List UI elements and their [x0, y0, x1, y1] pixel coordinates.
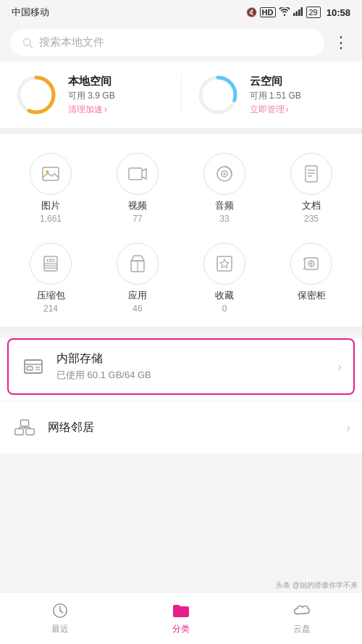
category-video-count: 77: [132, 214, 142, 224]
svg-line-38: [303, 267, 305, 269]
battery-icon: 29: [306, 7, 321, 18]
carrier-text: 中国移动: [12, 6, 49, 19]
category-app-name: 应用: [128, 289, 147, 302]
network-neighbor-icon: [12, 414, 38, 440]
category-favorites[interactable]: 收藏 0: [181, 237, 268, 319]
category-safe-name: 保密柜: [298, 289, 326, 302]
local-storage-action[interactable]: 清理加速 ›: [68, 104, 115, 116]
nav-recent-label: 最近: [51, 623, 69, 635]
search-bar[interactable]: 搜索本地文件: [10, 29, 324, 56]
cloud-storage-action[interactable]: 立即管理 ›: [250, 104, 301, 116]
svg-rect-12: [129, 168, 142, 180]
cloud-storage-title: 云空间: [250, 75, 301, 88]
internal-storage-info: 内部存储 已使用 60.1 GB/64 GB: [56, 351, 337, 382]
category-audio[interactable]: 音频 33: [181, 147, 268, 230]
svg-rect-44: [15, 429, 23, 435]
storage-section: 本地空间 可用 3.9 GB 清理加速 › 云空间 可用 1.51 GB 立即管…: [0, 62, 362, 128]
safe-icon-wrap: [290, 243, 332, 285]
local-storage-info: 本地空间 可用 3.9 GB 清理加速 ›: [68, 75, 115, 116]
category-audio-count: 33: [219, 214, 229, 224]
network-neighbor-item[interactable]: 网络邻居 ›: [0, 401, 362, 453]
svg-point-15: [224, 173, 226, 175]
status-icons: 🔇 HD 29 10:58: [246, 7, 350, 18]
internal-storage-title: 内部存储: [56, 351, 337, 367]
local-storage-available: 可用 3.9 GB: [68, 90, 115, 102]
category-video-name: 视频: [128, 199, 147, 212]
audio-icon: [214, 164, 235, 184]
safe-icon: [301, 254, 321, 274]
local-storage-card[interactable]: 本地空间 可用 3.9 GB 清理加速 ›: [14, 73, 167, 117]
category-audio-name: 音频: [215, 199, 234, 212]
svg-rect-45: [26, 429, 34, 435]
category-app[interactable]: 应用 46: [94, 237, 181, 319]
section-divider-1: [0, 128, 362, 134]
video-icon: [127, 164, 148, 184]
category-document-count: 235: [304, 214, 319, 224]
cloud-icon: [292, 601, 311, 620]
nav-item-cloud[interactable]: 云盘: [241, 595, 362, 641]
watermark: 头条 @姐的骄傲你学不来: [276, 580, 358, 590]
internal-storage-icon: [20, 354, 46, 380]
category-archive-name: 压缩包: [37, 289, 65, 302]
svg-marker-29: [220, 259, 229, 268]
category-image[interactable]: 图片 1,661: [7, 147, 94, 230]
svg-line-53: [60, 611, 63, 613]
svg-line-5: [30, 45, 32, 47]
category-favorites-name: 收藏: [215, 289, 234, 302]
category-archive-count: 214: [43, 304, 58, 314]
category-archive[interactable]: 压缩包 214: [7, 237, 94, 319]
svg-point-4: [23, 38, 30, 46]
search-icon: [22, 37, 33, 49]
svg-rect-0: [293, 13, 295, 16]
search-bar-wrap: 搜索本地文件 ⋮: [0, 23, 362, 62]
archive-icon: [41, 254, 61, 274]
mute-icon: 🔇: [246, 7, 257, 17]
document-icon: [301, 164, 321, 184]
signal-icon: [293, 7, 303, 18]
cloud-storage-available: 可用 1.51 GB: [250, 90, 301, 102]
archive-icon-wrap: [30, 243, 72, 285]
audio-icon-wrap: [203, 153, 245, 195]
category-image-count: 1,661: [40, 214, 62, 224]
clock-icon: [51, 601, 70, 620]
nav-item-recent[interactable]: 最近: [0, 595, 121, 641]
nav-cloud-label: 云盘: [293, 623, 311, 635]
video-icon-wrap: [117, 153, 159, 195]
favorites-icon-wrap: [203, 243, 245, 285]
storage-items-section: 内部存储 已使用 60.1 GB/64 GB › 网络邻居 ›: [0, 338, 362, 453]
category-favorites-count: 0: [222, 304, 227, 314]
document-icon-wrap: [290, 153, 332, 195]
image-icon-wrap: [30, 153, 72, 195]
category-document-name: 文档: [302, 199, 321, 212]
internal-storage-sub: 已使用 60.1 GB/64 GB: [56, 369, 337, 382]
category-image-name: 图片: [41, 199, 60, 212]
nav-item-categories[interactable]: 分类: [121, 595, 242, 641]
network-neighbor-arrow: ›: [346, 420, 350, 435]
app-icon-wrap: [117, 243, 159, 285]
internal-storage-item[interactable]: 内部存储 已使用 60.1 GB/64 GB ›: [7, 338, 355, 395]
cloud-storage-card[interactable]: 云空间 可用 1.51 GB 立即管理 ›: [196, 73, 348, 117]
image-icon: [41, 164, 61, 184]
favorites-icon: [214, 254, 235, 274]
categories-grid: 图片 1,661 视频 77: [7, 147, 355, 319]
category-app-count: 46: [132, 304, 142, 314]
svg-rect-2: [298, 9, 300, 16]
local-storage-title: 本地空间: [68, 75, 115, 88]
category-video[interactable]: 视频 77: [94, 147, 181, 230]
wifi-icon: [279, 7, 290, 18]
category-safe[interactable]: 保密柜: [268, 237, 355, 319]
section-divider-2: [0, 327, 362, 333]
storage-divider: [181, 76, 182, 114]
cloud-storage-info: 云空间 可用 1.51 GB 立即管理 ›: [250, 75, 301, 116]
more-icon[interactable]: ⋮: [330, 32, 352, 54]
nav-categories-label: 分类: [172, 623, 190, 635]
status-bar: 中国移动 🔇 HD 29 10:58: [0, 0, 362, 23]
svg-rect-46: [20, 420, 28, 426]
categories-section: 图片 1,661 视频 77: [0, 134, 362, 327]
bottom-nav: 最近 分类 云盘: [0, 592, 362, 644]
svg-rect-1: [295, 11, 298, 16]
internal-storage-arrow: ›: [337, 359, 342, 375]
cloud-storage-chart: [196, 73, 240, 117]
category-document[interactable]: 文档 235: [268, 147, 355, 230]
app-icon: [127, 254, 148, 274]
